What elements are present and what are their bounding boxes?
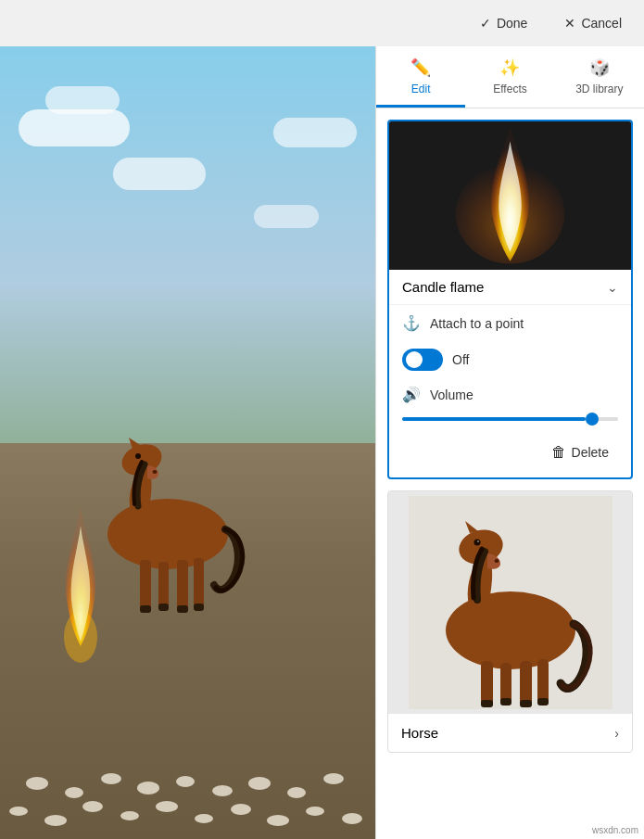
cancel-button[interactable]: ✕ Cancel [557,10,629,36]
svg-point-19 [248,777,271,790]
svg-point-38 [477,540,479,542]
horse-preview [388,491,632,714]
svg-rect-43 [537,659,549,704]
svg-point-20 [287,787,306,798]
tab-effects[interactable]: ✨ Effects [465,46,554,108]
svg-point-30 [306,807,324,816]
birds-overlay [0,443,375,840]
effects-tab-icon: ✨ [499,57,520,78]
attach-to-point-option[interactable]: ⚓ Attach to a point [389,305,631,341]
canvas-background [0,46,375,839]
svg-rect-46 [520,700,532,707]
3dlibrary-tab-icon: 🎲 [589,57,610,78]
done-label: Done [497,16,527,31]
delete-row: 🗑 Delete [389,433,631,477]
horse-card-title: Horse [401,725,438,741]
horse-card: Horse › [387,490,633,753]
panel-content: Candle flame ⌄ ⚓ Attach to a point Off 🔊… [376,108,644,839]
candle-flame-header[interactable]: Candle flame ⌄ [389,270,631,305]
tab-edit[interactable]: ✏️ Edit [376,46,465,108]
slider-row [389,416,631,433]
cloud-1 [19,109,130,146]
canvas-area[interactable] [0,46,375,839]
volume-label: Volume [430,388,474,402]
attach-to-point-label: Attach to a point [430,316,524,331]
svg-point-16 [137,782,159,795]
svg-point-26 [156,801,178,812]
slider-track [402,417,618,421]
svg-point-22 [9,807,28,816]
svg-point-13 [26,777,48,790]
cloud-5 [254,205,319,228]
tab-3dlibrary[interactable]: 🎲 3D library [555,46,644,108]
svg-rect-40 [481,661,493,706]
right-panel: ✏️ Edit ✨ Effects 🎲 3D library [375,46,644,839]
delete-button[interactable]: 🗑 Delete [542,439,618,466]
svg-rect-45 [500,698,511,706]
horse-card-header[interactable]: Horse › [388,714,632,752]
svg-rect-47 [537,698,549,706]
svg-point-15 [101,773,121,784]
svg-point-24 [82,801,103,812]
toggle-label: Off [452,352,469,367]
svg-point-28 [231,804,251,815]
candle-flame-preview [389,121,631,270]
svg-point-18 [212,785,233,796]
svg-point-37 [474,540,480,546]
done-icon: ✓ [480,16,491,31]
volume-icon: 🔊 [402,386,421,403]
slider-thumb[interactable] [586,413,599,426]
svg-point-31 [342,813,362,824]
slider-fill [402,417,586,421]
edit-tab-label: Edit [411,83,431,95]
cancel-icon: ✕ [564,16,575,31]
svg-rect-42 [520,661,532,706]
svg-point-27 [195,814,213,823]
svg-point-29 [267,815,289,826]
svg-point-21 [323,773,344,784]
volume-row: 🔊 Volume [389,378,631,416]
volume-slider[interactable] [402,416,618,422]
cloud-4 [273,118,357,147]
cloud-3 [113,158,206,190]
toggle-switch[interactable] [402,349,443,371]
svg-point-39 [494,559,499,563]
svg-point-25 [120,811,139,820]
top-bar: ✓ Done ✕ Cancel [0,0,644,46]
delete-icon: 🗑 [551,444,566,461]
done-button[interactable]: ✓ Done [473,10,535,36]
chevron-down-icon: ⌄ [607,280,618,295]
svg-rect-44 [481,700,493,707]
3dlibrary-tab-label: 3D library [575,83,623,95]
cloud-2 [45,86,120,114]
tabs-container: ✏️ Edit ✨ Effects 🎲 3D library [376,46,644,108]
delete-label: Delete [572,445,609,460]
candle-flame-card: Candle flame ⌄ ⚓ Attach to a point Off 🔊… [387,120,633,479]
svg-point-17 [176,776,195,787]
chevron-right-icon: › [614,726,619,741]
svg-point-23 [44,815,67,826]
edit-tab-icon: ✏️ [410,57,431,78]
toggle-row: Off [389,341,631,378]
svg-point-14 [65,787,83,798]
candle-flame-title: Candle flame [402,279,484,295]
toggle-knob [406,351,423,368]
effects-tab-label: Effects [493,83,526,95]
anchor-icon: ⚓ [402,314,421,332]
svg-point-35 [446,591,575,669]
cancel-label: Cancel [581,16,622,31]
watermark: wsxdn.com [592,825,638,835]
